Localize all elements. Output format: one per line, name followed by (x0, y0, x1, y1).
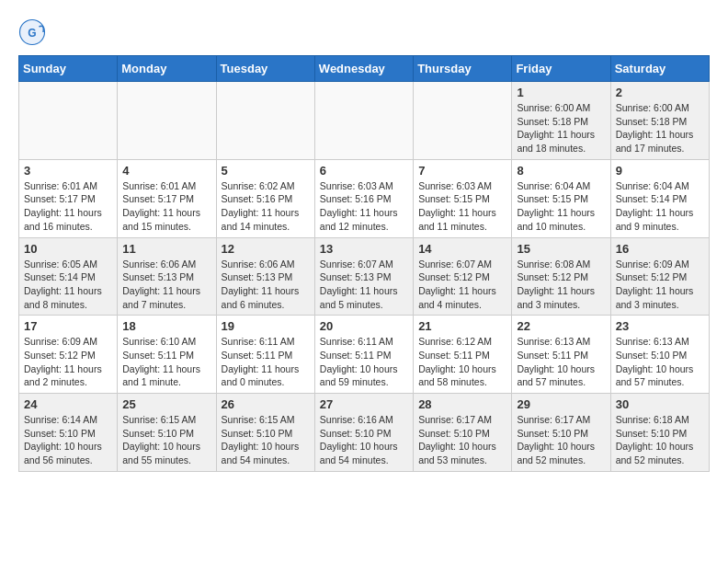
day-detail: Sunrise: 6:18 AM Sunset: 5:10 PM Dayligh… (616, 413, 704, 467)
calendar-cell: 29Sunrise: 6:17 AM Sunset: 5:10 PM Dayli… (512, 394, 610, 472)
day-detail: Sunrise: 6:02 AM Sunset: 5:16 PM Dayligh… (222, 179, 310, 234)
calendar-week-row: 1Sunrise: 6:00 AM Sunset: 5:18 PM Daylig… (19, 82, 710, 160)
day-detail: Sunrise: 6:00 AM Sunset: 5:18 PM Dayligh… (517, 101, 605, 155)
calendar-cell: 28Sunrise: 6:17 AM Sunset: 5:10 PM Dayli… (414, 394, 512, 472)
day-number: 12 (222, 242, 310, 256)
day-detail: Sunrise: 6:11 AM Sunset: 5:11 PM Dayligh… (320, 335, 408, 389)
day-detail: Sunrise: 6:07 AM Sunset: 5:12 PM Dayligh… (418, 258, 506, 312)
day-detail: Sunrise: 6:13 AM Sunset: 5:11 PM Dayligh… (517, 335, 605, 389)
day-number: 30 (616, 397, 704, 411)
logo: G (18, 18, 50, 46)
calendar-cell: 10Sunrise: 6:05 AM Sunset: 5:14 PM Dayli… (19, 237, 118, 316)
day-detail: Sunrise: 6:11 AM Sunset: 5:11 PM Dayligh… (222, 335, 310, 389)
calendar-cell: 27Sunrise: 6:16 AM Sunset: 5:10 PM Dayli… (314, 394, 413, 472)
page-header: G (18, 18, 710, 46)
day-detail: Sunrise: 6:06 AM Sunset: 5:13 PM Dayligh… (222, 258, 310, 312)
calendar-cell: 7Sunrise: 6:03 AM Sunset: 5:15 PM Daylig… (414, 159, 512, 237)
day-number: 17 (24, 319, 112, 333)
day-detail: Sunrise: 6:10 AM Sunset: 5:11 PM Dayligh… (122, 335, 210, 389)
day-number: 18 (122, 319, 210, 333)
day-number: 7 (418, 164, 506, 178)
day-number: 23 (616, 319, 704, 333)
day-detail: Sunrise: 6:16 AM Sunset: 5:10 PM Dayligh… (320, 413, 408, 467)
day-number: 22 (517, 319, 605, 333)
calendar-cell: 17Sunrise: 6:09 AM Sunset: 5:12 PM Dayli… (19, 316, 118, 394)
calendar-cell: 22Sunrise: 6:13 AM Sunset: 5:11 PM Dayli… (512, 316, 610, 394)
day-number: 4 (122, 164, 210, 178)
calendar-header-row: SundayMondayTuesdayWednesdayThursdayFrid… (19, 56, 710, 82)
day-number: 6 (320, 164, 408, 178)
day-detail: Sunrise: 6:14 AM Sunset: 5:10 PM Dayligh… (24, 413, 112, 467)
calendar-cell: 24Sunrise: 6:14 AM Sunset: 5:10 PM Dayli… (19, 394, 118, 472)
day-number: 15 (517, 242, 605, 256)
calendar-cell: 8Sunrise: 6:04 AM Sunset: 5:15 PM Daylig… (512, 159, 610, 237)
day-detail: Sunrise: 6:01 AM Sunset: 5:17 PM Dayligh… (24, 179, 112, 234)
svg-text:G: G (28, 27, 36, 40)
column-header-wednesday: Wednesday (314, 56, 413, 82)
day-number: 14 (418, 242, 506, 256)
calendar-cell: 15Sunrise: 6:08 AM Sunset: 5:12 PM Dayli… (512, 237, 610, 316)
logo-icon: G (18, 18, 46, 46)
day-detail: Sunrise: 6:04 AM Sunset: 5:14 PM Dayligh… (616, 179, 704, 234)
day-number: 8 (517, 164, 605, 178)
day-detail: Sunrise: 6:01 AM Sunset: 5:17 PM Dayligh… (122, 179, 210, 234)
column-header-sunday: Sunday (19, 56, 118, 82)
day-number: 27 (320, 397, 408, 411)
day-number: 13 (320, 242, 408, 256)
calendar-cell: 4Sunrise: 6:01 AM Sunset: 5:17 PM Daylig… (118, 159, 216, 237)
day-number: 20 (320, 319, 408, 333)
day-number: 21 (418, 319, 506, 333)
calendar-cell: 16Sunrise: 6:09 AM Sunset: 5:12 PM Dayli… (610, 237, 709, 316)
calendar-week-row: 17Sunrise: 6:09 AM Sunset: 5:12 PM Dayli… (19, 316, 710, 394)
day-detail: Sunrise: 6:07 AM Sunset: 5:13 PM Dayligh… (320, 258, 408, 312)
calendar-cell (314, 82, 413, 160)
calendar-cell: 20Sunrise: 6:11 AM Sunset: 5:11 PM Dayli… (314, 316, 413, 394)
day-detail: Sunrise: 6:05 AM Sunset: 5:14 PM Dayligh… (24, 258, 112, 312)
day-number: 24 (24, 397, 112, 411)
calendar-cell: 2Sunrise: 6:00 AM Sunset: 5:18 PM Daylig… (610, 82, 709, 160)
day-detail: Sunrise: 6:04 AM Sunset: 5:15 PM Dayligh… (517, 179, 605, 234)
calendar-cell: 3Sunrise: 6:01 AM Sunset: 5:17 PM Daylig… (19, 159, 118, 237)
calendar-cell: 26Sunrise: 6:15 AM Sunset: 5:10 PM Dayli… (216, 394, 314, 472)
day-number: 5 (222, 164, 310, 178)
calendar-table: SundayMondayTuesdayWednesdayThursdayFrid… (18, 55, 710, 472)
day-detail: Sunrise: 6:17 AM Sunset: 5:10 PM Dayligh… (517, 413, 605, 467)
day-detail: Sunrise: 6:15 AM Sunset: 5:10 PM Dayligh… (222, 413, 310, 467)
day-number: 29 (517, 397, 605, 411)
day-detail: Sunrise: 6:08 AM Sunset: 5:12 PM Dayligh… (517, 258, 605, 312)
column-header-friday: Friday (512, 56, 610, 82)
day-number: 9 (616, 164, 704, 178)
day-number: 16 (616, 242, 704, 256)
calendar-cell (118, 82, 216, 160)
calendar-cell (19, 82, 118, 160)
day-detail: Sunrise: 6:12 AM Sunset: 5:11 PM Dayligh… (418, 335, 506, 389)
day-number: 28 (418, 397, 506, 411)
calendar-week-row: 3Sunrise: 6:01 AM Sunset: 5:17 PM Daylig… (19, 159, 710, 237)
day-detail: Sunrise: 6:03 AM Sunset: 5:15 PM Dayligh… (418, 179, 506, 234)
day-number: 1 (517, 86, 605, 99)
calendar-cell: 25Sunrise: 6:15 AM Sunset: 5:10 PM Dayli… (118, 394, 216, 472)
day-detail: Sunrise: 6:15 AM Sunset: 5:10 PM Dayligh… (122, 413, 210, 467)
calendar-cell: 21Sunrise: 6:12 AM Sunset: 5:11 PM Dayli… (414, 316, 512, 394)
day-detail: Sunrise: 6:00 AM Sunset: 5:18 PM Dayligh… (616, 101, 704, 155)
calendar-week-row: 10Sunrise: 6:05 AM Sunset: 5:14 PM Dayli… (19, 237, 710, 316)
calendar-cell: 14Sunrise: 6:07 AM Sunset: 5:12 PM Dayli… (414, 237, 512, 316)
calendar-cell: 11Sunrise: 6:06 AM Sunset: 5:13 PM Dayli… (118, 237, 216, 316)
column-header-saturday: Saturday (610, 56, 709, 82)
calendar-cell: 30Sunrise: 6:18 AM Sunset: 5:10 PM Dayli… (610, 394, 709, 472)
day-number: 3 (24, 164, 112, 178)
day-detail: Sunrise: 6:13 AM Sunset: 5:10 PM Dayligh… (616, 335, 704, 389)
day-number: 19 (222, 319, 310, 333)
calendar-cell: 6Sunrise: 6:03 AM Sunset: 5:16 PM Daylig… (314, 159, 413, 237)
day-detail: Sunrise: 6:17 AM Sunset: 5:10 PM Dayligh… (418, 413, 506, 467)
day-detail: Sunrise: 6:09 AM Sunset: 5:12 PM Dayligh… (24, 335, 112, 389)
calendar-cell (216, 82, 314, 160)
day-number: 2 (616, 86, 704, 99)
calendar-cell: 23Sunrise: 6:13 AM Sunset: 5:10 PM Dayli… (610, 316, 709, 394)
calendar-cell: 5Sunrise: 6:02 AM Sunset: 5:16 PM Daylig… (216, 159, 314, 237)
calendar-cell: 19Sunrise: 6:11 AM Sunset: 5:11 PM Dayli… (216, 316, 314, 394)
calendar-cell: 12Sunrise: 6:06 AM Sunset: 5:13 PM Dayli… (216, 237, 314, 316)
day-number: 10 (24, 242, 112, 256)
day-number: 11 (122, 242, 210, 256)
calendar-week-row: 24Sunrise: 6:14 AM Sunset: 5:10 PM Dayli… (19, 394, 710, 472)
